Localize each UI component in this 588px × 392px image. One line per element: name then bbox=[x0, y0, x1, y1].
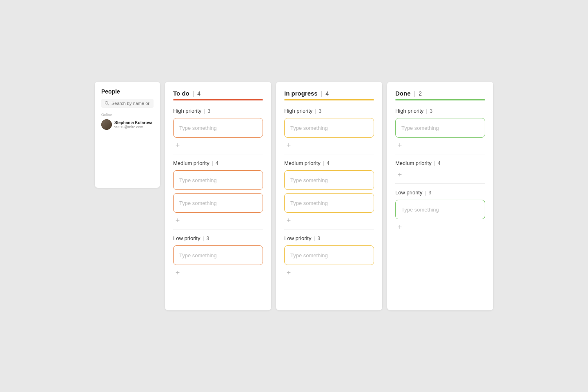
search-box bbox=[101, 99, 154, 108]
priority-count: 4 bbox=[216, 160, 218, 166]
priority-group-done-2: Low priority | 3 Type something+ bbox=[395, 189, 485, 232]
priority-count: 4 bbox=[438, 160, 441, 166]
card-todo-0-0[interactable]: Type something bbox=[173, 118, 263, 138]
priority-sep: | bbox=[314, 236, 315, 241]
priority-count: 3 bbox=[318, 108, 321, 114]
divider-done-1 bbox=[395, 183, 485, 184]
card-inprogress-0-0[interactable]: Type something bbox=[284, 118, 374, 138]
card-todo-1-0[interactable]: Type something bbox=[173, 170, 263, 190]
avatar-face bbox=[101, 119, 112, 130]
priority-group-inprogress-1: Medium priority | 4 Type somethingType s… bbox=[284, 160, 374, 229]
column-done: Done | 2 High priority | 3 Type somethin… bbox=[387, 82, 493, 310]
user-name: Stephania Kolarova bbox=[114, 120, 152, 125]
priority-title: Medium priority bbox=[284, 160, 321, 166]
priority-header-done-1: Medium priority | 4 bbox=[395, 160, 485, 166]
col-title-done: Done bbox=[395, 90, 411, 97]
priority-header-todo-2: Low priority | 3 bbox=[173, 235, 263, 241]
priority-title: Low priority bbox=[395, 189, 422, 196]
col-count-todo: 4 bbox=[197, 90, 200, 97]
priority-title: Low priority bbox=[284, 235, 311, 241]
card-done-0-0[interactable]: Type something bbox=[395, 118, 485, 138]
col-underline-inprogress bbox=[284, 99, 374, 100]
column-todo: To do | 4 High priority | 3 Type somethi… bbox=[165, 82, 271, 310]
priority-group-todo-2: Low priority | 3 Type something+ bbox=[173, 235, 263, 277]
divider-todo-1 bbox=[173, 229, 263, 229]
priority-sep: | bbox=[315, 108, 316, 114]
priority-title: High priority bbox=[284, 108, 312, 114]
col-count-done: 2 bbox=[419, 90, 422, 97]
priority-group-todo-1: Medium priority | 4 Type somethingType s… bbox=[173, 160, 263, 229]
col-sep-done: | bbox=[414, 90, 416, 97]
priority-title: Low priority bbox=[173, 235, 200, 241]
col-sep-inprogress: | bbox=[321, 90, 323, 97]
priority-sep: | bbox=[204, 108, 205, 114]
col-header-inprogress: In progress | 4 bbox=[284, 90, 374, 97]
divider-todo-0 bbox=[173, 154, 263, 154]
priority-count: 4 bbox=[327, 160, 330, 166]
card-todo-2-0[interactable]: Type something bbox=[173, 245, 263, 265]
priority-header-todo-1: Medium priority | 4 bbox=[173, 160, 263, 166]
divider-inprogress-1 bbox=[284, 229, 374, 229]
avatar bbox=[101, 119, 112, 130]
priority-group-inprogress-2: Low priority | 3 Type something+ bbox=[284, 235, 374, 277]
add-card-btn-todo-2[interactable]: + bbox=[173, 268, 182, 277]
divider-inprogress-0 bbox=[284, 154, 374, 154]
search-icon bbox=[105, 101, 109, 106]
col-title-inprogress: In progress bbox=[284, 90, 318, 97]
priority-header-inprogress-1: Medium priority | 4 bbox=[284, 160, 374, 166]
priority-header-inprogress-2: Low priority | 3 bbox=[284, 235, 374, 241]
col-count-inprogress: 4 bbox=[325, 90, 329, 97]
add-card-btn-inprogress-0[interactable]: + bbox=[284, 141, 293, 150]
card-todo-1-1[interactable]: Type something bbox=[173, 193, 263, 213]
card-inprogress-1-0[interactable]: Type something bbox=[284, 170, 374, 190]
add-card-btn-inprogress-1[interactable]: + bbox=[284, 216, 293, 225]
priority-sep: | bbox=[434, 160, 435, 166]
priority-count: 3 bbox=[318, 236, 321, 241]
priority-sep: | bbox=[203, 236, 204, 241]
priority-group-inprogress-0: High priority | 3 Type something+ bbox=[284, 108, 374, 154]
priority-title: High priority bbox=[395, 108, 423, 114]
priority-sep: | bbox=[426, 108, 427, 114]
divider-done-0 bbox=[395, 154, 485, 154]
col-title-todo: To do bbox=[173, 90, 189, 97]
col-header-todo: To do | 4 bbox=[173, 90, 263, 97]
svg-line-1 bbox=[108, 104, 109, 105]
add-card-btn-done-1[interactable]: + bbox=[395, 170, 404, 179]
card-inprogress-2-0[interactable]: Type something bbox=[284, 245, 374, 265]
people-panel: People Online Stephania Kolarova v5212@m… bbox=[95, 82, 160, 188]
search-input[interactable] bbox=[111, 101, 150, 106]
priority-group-done-1: Medium priority | 4 + bbox=[395, 160, 485, 184]
priority-group-todo-0: High priority | 3 Type something+ bbox=[173, 108, 263, 154]
priority-count: 3 bbox=[429, 190, 432, 196]
card-inprogress-1-1[interactable]: Type something bbox=[284, 193, 374, 213]
priority-header-inprogress-0: High priority | 3 bbox=[284, 108, 374, 114]
add-card-btn-todo-0[interactable]: + bbox=[173, 141, 182, 150]
board: To do | 4 High priority | 3 Type somethi… bbox=[165, 82, 493, 310]
priority-sep: | bbox=[323, 160, 324, 166]
add-card-btn-done-0[interactable]: + bbox=[395, 141, 404, 150]
col-sep-todo: | bbox=[193, 90, 194, 97]
column-inprogress: In progress | 4 High priority | 3 Type s… bbox=[276, 82, 382, 310]
workspace: People Online Stephania Kolarova v5212@m… bbox=[78, 65, 510, 327]
priority-count: 3 bbox=[430, 108, 432, 114]
col-underline-todo bbox=[173, 99, 263, 100]
priority-header-done-2: Low priority | 3 bbox=[395, 189, 485, 196]
priority-header-done-0: High priority | 3 bbox=[395, 108, 485, 114]
priority-group-done-0: High priority | 3 Type something+ bbox=[395, 108, 485, 154]
col-header-done: Done | 2 bbox=[395, 90, 485, 97]
priority-sep: | bbox=[212, 160, 213, 166]
user-info: Stephania Kolarova v5212@miro.com bbox=[114, 120, 152, 129]
priority-count: 3 bbox=[207, 108, 210, 114]
priority-header-todo-0: High priority | 3 bbox=[173, 108, 263, 114]
user-row: Stephania Kolarova v5212@miro.com bbox=[101, 119, 154, 130]
add-card-btn-inprogress-2[interactable]: + bbox=[284, 268, 293, 277]
add-card-btn-done-2[interactable]: + bbox=[395, 223, 404, 232]
priority-title: Medium priority bbox=[173, 160, 209, 166]
col-underline-done bbox=[395, 99, 485, 100]
priority-count: 3 bbox=[207, 236, 209, 241]
add-card-btn-todo-1[interactable]: + bbox=[173, 216, 182, 225]
priority-sep: | bbox=[425, 190, 426, 196]
card-done-2-0[interactable]: Type something bbox=[395, 200, 485, 219]
people-panel-title: People bbox=[101, 88, 154, 95]
priority-title: High priority bbox=[173, 108, 201, 114]
